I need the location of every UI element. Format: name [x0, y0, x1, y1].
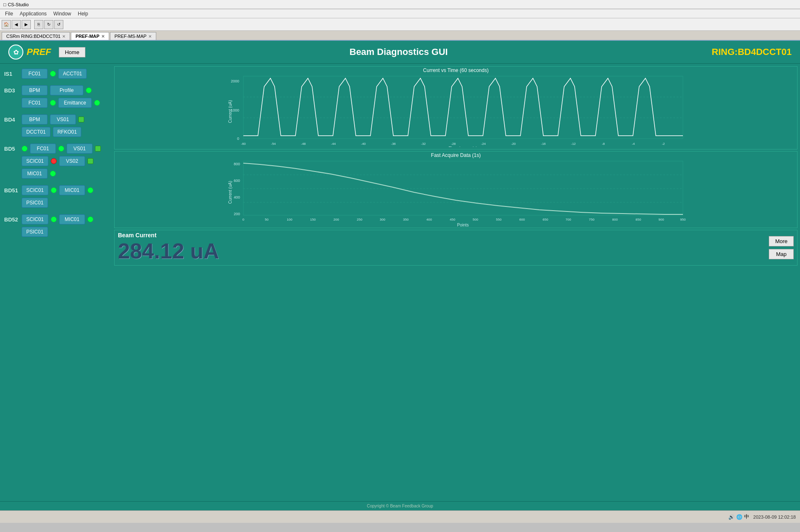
tab-csrm-close[interactable]: ✕	[62, 34, 65, 39]
bd5-scic01-indicator	[51, 158, 57, 164]
map-button[interactable]: Map	[769, 249, 794, 259]
svg-text:800: 800	[612, 218, 618, 221]
is1-acct01-btn[interactable]: ACCT01	[58, 69, 87, 79]
bd3-bpm-btn[interactable]: BPM	[22, 85, 48, 95]
svg-text:2000: 2000	[231, 79, 239, 83]
bd5-mic01-btn[interactable]: MIC01	[22, 169, 48, 179]
bd3-emittance-btn[interactable]: Emittance	[58, 98, 92, 108]
is1-row: IS1 FC01 ACCT01	[4, 69, 108, 79]
svg-text:600: 600	[519, 218, 525, 221]
bd4-bpm-btn[interactable]: BPM	[22, 114, 48, 124]
bd52-mic01-btn[interactable]: MIC01	[59, 214, 85, 224]
toolbar-btn2[interactable]: ↻	[44, 20, 53, 29]
tab-pref-map[interactable]: PREF-MAP ✕	[71, 32, 109, 40]
bd4-rfko01-btn[interactable]: RFKO01	[53, 127, 82, 137]
tab-pref-ms-map[interactable]: PREF-MS-MAP ✕	[110, 32, 156, 40]
svg-text:Current (uA): Current (uA)	[228, 181, 232, 204]
toolbar-home-btn[interactable]: 🏠	[2, 20, 11, 29]
svg-text:750: 750	[589, 218, 595, 221]
bd52-psic01-btn[interactable]: PSIC01	[22, 227, 48, 237]
bd52-mic01-indicator	[88, 216, 93, 222]
bd51-label: BD51	[4, 187, 19, 194]
svg-text:200: 200	[234, 212, 240, 216]
bd5-label: BD5	[4, 146, 19, 152]
bd4-dcct01-btn[interactable]: DCCT01	[22, 127, 50, 137]
toolbar-btn1[interactable]: ⎘	[34, 20, 43, 29]
bd5-fc01-btn[interactable]: FC01	[30, 144, 56, 154]
svg-rect-28	[243, 161, 683, 215]
menu-window[interactable]: Window	[50, 10, 75, 17]
content-area: IS1 FC01 ACCT01 BD3 BPM Profile FC01 Emi…	[0, 64, 800, 501]
svg-text:700: 700	[565, 218, 571, 221]
menu-file[interactable]: File	[2, 10, 16, 17]
datetime: 2023-08-09 12:02:18	[753, 515, 796, 520]
bd52-scic01-btn[interactable]: SCIC01	[22, 214, 48, 224]
chart1-svg: Current (uA) 2000 1000 0 -60 -54 -48	[115, 74, 797, 147]
svg-text:-24: -24	[481, 142, 486, 146]
svg-text:500: 500	[472, 218, 478, 221]
bd51-psic01-btn[interactable]: PSIC01	[22, 198, 48, 208]
bd5-scic01-btn[interactable]: SCIC01	[22, 156, 48, 166]
pref-logo: ✿ PREF Home	[8, 45, 85, 60]
svg-text:50: 50	[265, 218, 269, 221]
bd3-row1: BD3 BPM Profile	[4, 85, 108, 95]
app-footer: Copyright © Beam Feedback Group	[0, 501, 800, 510]
statusbar: 🔊 🌐 中 2023-08-09 12:02:18	[0, 510, 800, 523]
tab-pref-map-close[interactable]: ✕	[101, 34, 105, 39]
home-button[interactable]: Home	[59, 47, 86, 57]
svg-text:-12: -12	[571, 142, 576, 146]
svg-text:-28: -28	[451, 142, 456, 146]
svg-text:-40: -40	[361, 142, 366, 146]
svg-text:250: 250	[357, 218, 362, 221]
bd52-scic01-indicator	[51, 216, 57, 222]
bd4-row1: BD4 BPM VS01	[4, 114, 108, 124]
svg-text:450: 450	[450, 218, 455, 221]
menu-help[interactable]: Help	[75, 10, 92, 17]
bd5-vs01-btn[interactable]: VS01	[67, 144, 92, 154]
svg-text:200: 200	[333, 218, 339, 221]
menu-applications[interactable]: Applications	[16, 10, 50, 17]
svg-text:850: 850	[635, 218, 641, 221]
titlebar: □ CS-Studio	[0, 0, 800, 9]
toolbar-btn3[interactable]: ↺	[54, 20, 63, 29]
bd4-vs01-btn[interactable]: VS01	[50, 114, 76, 124]
is1-fc01-btn[interactable]: FC01	[22, 69, 48, 79]
bd51-scic01-btn[interactable]: SCIC01	[22, 185, 48, 195]
menubar: File Applications Window Help	[0, 9, 800, 18]
svg-text:400: 400	[426, 218, 432, 221]
beam-current-label: Beam Current	[118, 232, 769, 239]
svg-text:550: 550	[496, 218, 502, 221]
header-title: Beam Diagnostics GUI	[85, 47, 712, 57]
bd51-row2: PSIC01	[4, 198, 108, 208]
chart1-title: Current vs Time (60 seconds)	[115, 67, 797, 74]
bd5-vs02-btn[interactable]: VS02	[59, 156, 85, 166]
bd52-row2: PSIC01	[4, 227, 108, 237]
svg-text:-8: -8	[602, 142, 605, 146]
logo-circle: ✿	[8, 45, 23, 60]
toolbar-fwd-btn[interactable]: ▶	[22, 20, 31, 29]
bd4-row2: DCCT01 RFKO01	[4, 127, 108, 137]
pref-text: PREF	[27, 47, 51, 57]
bd5-row3: MIC01	[4, 169, 108, 179]
tab-pref-ms-map-close[interactable]: ✕	[148, 34, 152, 39]
cs-studio-icon: □	[3, 2, 6, 7]
bd3-emittance-indicator	[94, 100, 100, 106]
bd51-mic01-btn[interactable]: MIC01	[59, 185, 85, 195]
bd5-row1: BD5 FC01 VS01	[4, 144, 108, 154]
tab-csrm[interactable]: CSRm RING:BD4DCCT01 ✕	[2, 32, 70, 40]
svg-text:Time (seconds): Time (seconds)	[449, 146, 478, 147]
chart2-svg: Current (uA) 800 600 400 200 0	[115, 159, 797, 228]
bd3-fc01-btn[interactable]: FC01	[22, 98, 48, 108]
bd4-label: BD4	[4, 117, 19, 123]
beam-current-section: Beam Current 284.12 uA More Map	[114, 230, 798, 266]
more-button[interactable]: More	[769, 236, 794, 246]
main-area: ✿ PREF Home Beam Diagnostics GUI RING:BD…	[0, 41, 800, 510]
bd3-profile-btn[interactable]: Profile	[50, 85, 83, 95]
bd3-profile-indicator	[86, 87, 92, 93]
logo-icon: ✿	[13, 48, 19, 56]
tabbar: CSRm RING:BD4DCCT01 ✕ PREF-MAP ✕ PREF-MS…	[0, 31, 800, 41]
chart2-container: Fast Acquire Data (1s) Current (uA) 800 …	[114, 151, 798, 228]
toolbar-back-btn[interactable]: ◀	[12, 20, 21, 29]
svg-text:-48: -48	[301, 142, 306, 146]
svg-text:350: 350	[403, 218, 409, 221]
